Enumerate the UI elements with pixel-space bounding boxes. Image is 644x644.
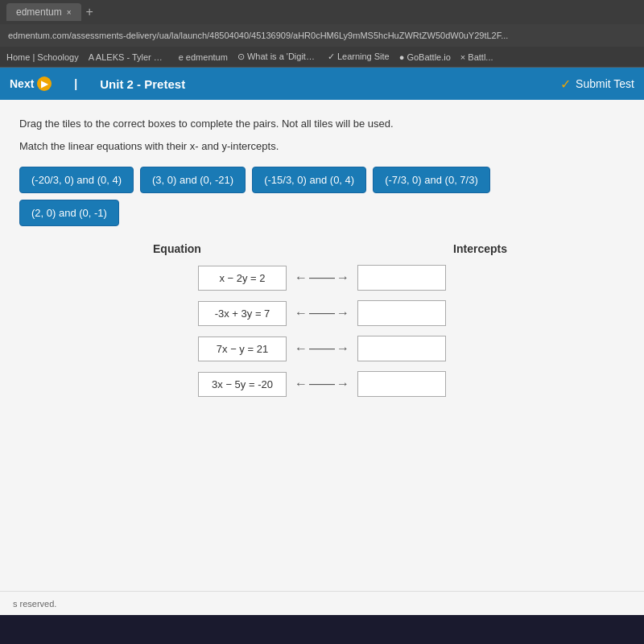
tiles-container: (-20/3, 0) and (0, 4) (3, 0) and (0, -21… xyxy=(19,167,625,193)
arrow-line-1: —— xyxy=(309,270,335,285)
arrow-line-4: —— xyxy=(309,377,335,391)
url-text: edmentum.com/assessments-delivery/ua/la/… xyxy=(8,31,508,40)
arrow-connector-1: ← —— → xyxy=(295,270,349,285)
arrow-right-icon-1: → xyxy=(336,270,349,285)
col-header-equation: Equation xyxy=(153,242,201,255)
tab-bar: edmentum × + xyxy=(0,0,644,24)
next-button[interactable]: Next ▶ xyxy=(10,76,52,91)
arrow-connector-2: ← —— → xyxy=(295,306,349,320)
equation-box-4: 3x − 5y = -20 xyxy=(198,372,287,397)
submit-test-button[interactable]: ✓ Submit Test xyxy=(560,76,634,92)
arrow-left-icon-1: ← xyxy=(295,270,308,285)
tab-close-button[interactable]: × xyxy=(67,8,72,17)
new-tab-button[interactable]: + xyxy=(86,5,93,19)
instruction-line1: Drag the tiles to the correct boxes to c… xyxy=(19,116,625,132)
test-title: Unit 2 - Pretest xyxy=(100,77,185,91)
arrow-right-icon-4: → xyxy=(336,377,349,391)
arrow-line-3: —— xyxy=(309,341,335,356)
intercept-drop-4[interactable] xyxy=(357,371,446,397)
content-area: Drag the tiles to the correct boxes to c… xyxy=(0,100,644,591)
tile-4[interactable]: (-7/3, 0) and (0, 7/3) xyxy=(373,167,490,193)
match-row-1: x − 2y = 2 ← —— → xyxy=(198,265,446,291)
instruction-line2: Match the linear equations with their x-… xyxy=(19,138,625,155)
tab-label: edmentum xyxy=(16,6,62,18)
submit-label: Submit Test xyxy=(576,77,634,90)
browser-tab[interactable]: edmentum × xyxy=(6,3,81,21)
tiles-row2: (2, 0) and (0, -1) xyxy=(19,200,625,226)
intercept-drop-1[interactable] xyxy=(357,265,446,291)
bookmark-schoology[interactable]: Home | Schoology xyxy=(6,52,79,62)
bookmarks-bar: Home | Schoology A ALEKS - Tyler Ross -.… xyxy=(0,47,644,68)
submit-check-icon: ✓ xyxy=(560,76,571,92)
bookmark-aleks[interactable]: A ALEKS - Tyler Ross -... xyxy=(89,52,169,62)
arrow-connector-3: ← —— → xyxy=(295,341,349,356)
next-label: Next xyxy=(10,77,34,90)
arrow-left-icon-2: ← xyxy=(295,306,308,320)
equation-box-2: -3x + 3y = 7 xyxy=(198,301,287,326)
footer: s reserved. xyxy=(0,591,644,615)
arrow-connector-4: ← —— → xyxy=(295,377,349,391)
tile-1[interactable]: (-20/3, 0) and (0, 4) xyxy=(19,167,134,193)
match-row-3: 7x − y = 21 ← —— → xyxy=(198,336,446,361)
address-bar[interactable]: edmentum.com/assessments-delivery/ua/la/… xyxy=(0,24,644,47)
col-header-intercepts: Intercepts xyxy=(453,242,507,255)
arrow-line-2: —— xyxy=(309,306,335,320)
match-row-2: -3x + 3y = 7 ← —— → xyxy=(198,300,446,326)
bookmark-battl[interactable]: × Battl... xyxy=(460,52,493,62)
tile-5[interactable]: (2, 0) and (0, -1) xyxy=(19,200,119,226)
match-row-4: 3x − 5y = -20 ← —— → xyxy=(198,371,446,397)
arrow-right-icon-3: → xyxy=(336,341,349,356)
bookmark-gobattle[interactable]: ● GoBattle.io xyxy=(399,52,451,62)
test-header: Next ▶ | Unit 2 - Pretest ✓ Submit Test xyxy=(0,68,644,100)
arrow-left-icon-3: ← xyxy=(295,341,308,356)
tile-2[interactable]: (3, 0) and (0, -21) xyxy=(140,167,246,193)
bookmark-learning[interactable]: ✓ Learning Site xyxy=(328,52,390,62)
matching-area: Equation Intercepts x − 2y = 2 ← —— → -3… xyxy=(19,242,625,407)
equation-box-3: 7x − y = 21 xyxy=(198,336,287,361)
next-arrow-icon: ▶ xyxy=(37,76,52,91)
equation-box-1: x − 2y = 2 xyxy=(198,266,287,291)
intercept-drop-3[interactable] xyxy=(357,336,446,361)
footer-text: s reserved. xyxy=(13,599,56,609)
tile-3[interactable]: (-15/3, 0) and (0, 4) xyxy=(252,167,366,193)
test-header-left: Next ▶ | Unit 2 - Pretest xyxy=(10,76,185,91)
bookmark-edmentum[interactable]: e edmentum xyxy=(179,52,228,62)
arrow-left-icon-4: ← xyxy=(295,377,308,391)
matching-header: Equation Intercepts xyxy=(129,242,515,255)
bookmark-digital[interactable]: ⊙ What is a 'Digital M... xyxy=(237,52,318,62)
intercept-drop-2[interactable] xyxy=(357,300,446,326)
arrow-right-icon-2: → xyxy=(336,306,349,320)
